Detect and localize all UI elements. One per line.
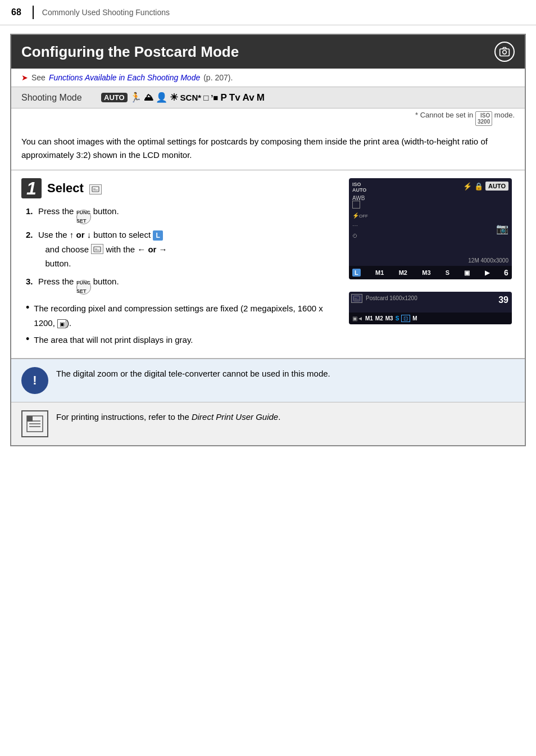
mode-icons: AUTO 🏃 ⛰ 👤 ☀ SCN* □ ’■ P Tv Av M: [101, 92, 265, 103]
cs-right-icon: 📷: [496, 223, 508, 235]
cs-auto-badge: AUTO: [485, 182, 508, 191]
see-page-ref: (p. 207).: [203, 73, 233, 82]
cs-top-left: ISOAUTO: [352, 182, 366, 193]
see-link-text[interactable]: Functions Available in Each Shooting Mod…: [49, 73, 200, 82]
btm-s: S: [396, 315, 399, 322]
cs-timer-icon: ⏲: [352, 233, 368, 239]
step-instructions: 1. Press the FUNCSET button. 2. Use the …: [26, 204, 337, 295]
note-box: For printing instructions, refer to the …: [11, 402, 525, 445]
step-number: 1: [21, 178, 42, 198]
postcard-thumb: [351, 294, 362, 303]
sub-num-1: 1.: [26, 204, 35, 219]
func-button-1: FUNCSET: [76, 210, 91, 224]
m2-mode: M2: [399, 269, 407, 276]
sub-step-2: 2. Use the ↑ or ↓ button to select L and…: [26, 228, 337, 271]
bullet-item-1: • The recording pixel and compression se…: [26, 301, 337, 330]
arrow-mode: ▶: [485, 269, 489, 277]
cs-bottom-mode-bar: ▣◄ M1 M2 M3 S ⊡ M: [349, 313, 512, 324]
section-title: Commonly Used Shooting Functions: [42, 8, 170, 17]
cs-bottom-num: 39: [498, 295, 508, 305]
L-mode: L: [352, 269, 361, 277]
mode-sq2: ’■: [211, 93, 218, 102]
step-title: Select: [47, 181, 102, 196]
header-divider: [33, 6, 34, 19]
compression-icon: ▣: [57, 319, 66, 328]
cs-square-icon: [352, 201, 360, 209]
camera-screen-top: ISOAUTO AWB ⚡ 🔒 AUTO ⚡OFF ⋯ ⏲ �: [349, 178, 512, 279]
mode-beach: ☀: [170, 92, 178, 103]
sub-num-3: 3.: [26, 274, 35, 289]
svg-rect-15: [27, 416, 33, 422]
cannot-set-note: * Cannot be set in ISO3200 mode.: [11, 108, 525, 129]
note-icon: [21, 410, 48, 437]
btm-m2: M2: [375, 315, 383, 322]
m1-mode: M1: [375, 269, 384, 276]
func-button-3: FUNCSET: [76, 280, 91, 295]
step-number-title: 1 Select: [21, 178, 337, 198]
warning-box: ! The digital zoom or the digital tele-c…: [11, 359, 525, 402]
mode-landscape: ⛰: [144, 92, 153, 103]
mode-av: Av: [243, 92, 255, 103]
img-mode: ▣: [464, 269, 470, 277]
main-title: Configuring the Postcard Mode: [21, 43, 239, 61]
postcard-label: Postcard 1600x1200: [366, 295, 417, 301]
warning-icon: !: [21, 367, 48, 394]
bullet-dot-1: •: [26, 301, 29, 314]
btm-m1: M1: [365, 315, 373, 322]
L-icon-inline: L: [153, 230, 163, 241]
cs-bottom-bar-top: L M1 M2 M3 S ▣ ▶ 6: [349, 266, 512, 279]
step-section: 1 Select 1.: [11, 170, 525, 359]
mode-runner: 🏃: [130, 92, 142, 103]
bullet-section: • The recording pixel and compression se…: [26, 301, 337, 347]
cs-resolution: 12M 4000x3000: [468, 257, 508, 264]
btm-m3: M3: [385, 315, 393, 322]
mode-m: M: [257, 92, 265, 103]
mode-tv: Tv: [229, 92, 240, 103]
mode-p: P: [220, 92, 226, 103]
s-mode: S: [446, 269, 449, 276]
shooting-mode-bar: Shooting Mode AUTO 🏃 ⛰ 👤 ☀ SCN* □ ’■ P T…: [11, 87, 525, 108]
btm-m: M: [412, 315, 417, 322]
postcard-icon-step: [89, 184, 102, 194]
main-section: Configuring the Postcard Mode ➤ See Func…: [10, 34, 526, 446]
sub-step-3: 3. Press the FUNCSET button.: [26, 274, 337, 295]
see-functions-bar: ➤ See Functions Available in Each Shooti…: [11, 69, 525, 87]
m3-mode: M3: [422, 269, 430, 276]
sub-num-2: 2.: [26, 228, 35, 242]
svg-point-1: [503, 51, 507, 55]
step-left: 1 Select 1.: [21, 178, 337, 350]
cs-number: 6: [504, 268, 508, 277]
page-header: 68 Commonly Used Shooting Functions: [0, 0, 536, 25]
see-prefix: See: [31, 73, 46, 82]
note-text: For printing instructions, refer to the …: [56, 410, 280, 424]
step-right: ISOAUTO AWB ⚡ 🔒 AUTO ⚡OFF ⋯ ⏲ �: [346, 178, 515, 350]
svg-rect-5: [94, 247, 101, 252]
body-text: You can shoot images with the optimal se…: [11, 129, 525, 170]
svg-rect-2: [92, 187, 99, 192]
auto-mode-badge: AUTO: [101, 93, 128, 102]
cs-flash-off: ⚡OFF: [352, 212, 368, 219]
sub-step-1: 1. Press the FUNCSET button.: [26, 204, 337, 224]
shooting-mode-label: Shooting Mode: [21, 93, 94, 103]
mode-portrait: 👤: [156, 92, 167, 103]
warning-text: The digital zoom or the digital tele-con…: [56, 367, 330, 381]
lightning-icon: ⚡: [463, 182, 472, 191]
mode-sq1: □: [203, 93, 208, 102]
bullet-item-2: • The area that will not print displays …: [26, 333, 337, 347]
bullet-dot-2: •: [26, 333, 29, 346]
btm-selected: ⊡: [401, 315, 410, 322]
cs-left-col: ⚡OFF ⋯ ⏲: [352, 194, 368, 239]
page-number: 68: [11, 7, 21, 17]
cs-grid-icon: ⋯: [352, 223, 368, 229]
arrow-icon: ➤: [21, 73, 28, 82]
mode-scn: SCN*: [180, 93, 202, 102]
title-bar: Configuring the Postcard Mode: [11, 35, 525, 69]
cs-top-right: ⚡ 🔒 AUTO: [463, 182, 508, 191]
lock-icon: 🔒: [474, 182, 483, 191]
camera-screen-bottom: Postcard 1600x1200 39 ▣◄ M1 M2 M3 S: [349, 292, 512, 324]
iso-badge: ISO3200: [475, 111, 492, 126]
postcard-icon-inline-2: [91, 244, 103, 254]
camera-icon-circle: [494, 42, 515, 62]
btm-back: ▣◄: [352, 315, 363, 322]
